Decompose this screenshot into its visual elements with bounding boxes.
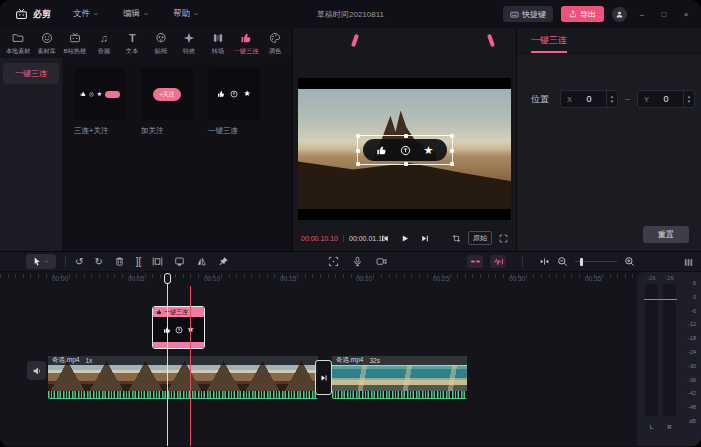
position-x-input[interactable]: X 0 ▲▼ xyxy=(560,90,618,108)
fit-timeline-button[interactable] xyxy=(539,256,550,267)
tab-library[interactable]: 素材库 xyxy=(33,32,62,56)
avatar[interactable] xyxy=(612,7,627,22)
meter-bar-left xyxy=(645,284,658,416)
resize-handle[interactable] xyxy=(356,149,360,153)
preview-options: 原始 xyxy=(452,231,508,245)
resize-handle[interactable] xyxy=(450,162,454,166)
audio-beat-toggle[interactable] xyxy=(490,255,506,268)
shortcuts-button[interactable]: 快捷键 xyxy=(503,6,553,22)
sticker-timeline-clip[interactable]: 一键三连 ★ xyxy=(152,306,205,349)
track-mute-button[interactable] xyxy=(27,361,46,380)
delete-button[interactable] xyxy=(114,256,125,267)
shortcuts-label: 快捷键 xyxy=(522,9,546,20)
video-clip-1[interactable]: 奇遇.mp4 1x xyxy=(48,356,318,399)
transition-indicator[interactable] xyxy=(315,360,332,395)
card-follow[interactable]: +关注 加关注 xyxy=(141,68,193,136)
original-ratio-button[interactable]: 原始 xyxy=(468,231,492,245)
playhead[interactable] xyxy=(164,272,172,446)
menu-help[interactable]: 帮助 xyxy=(173,8,199,20)
export-icon xyxy=(569,10,577,18)
playhead-handle[interactable] xyxy=(164,273,171,284)
sticker-overlay-selection[interactable]: ★ xyxy=(357,135,453,165)
minimize-button[interactable]: – xyxy=(635,10,649,19)
select-tool-button[interactable] xyxy=(26,254,56,269)
scale-tick: -48 xyxy=(688,404,696,410)
sticker-clip-footer xyxy=(153,342,204,348)
stepper-up-icon[interactable]: ▲ xyxy=(687,95,691,99)
toolbar-divider xyxy=(65,256,66,267)
card-triple-follow[interactable]: ★ 三连+关注 xyxy=(74,68,126,136)
close-gap-icon xyxy=(470,256,481,267)
tab-color-grading[interactable]: 调色 xyxy=(261,32,290,56)
resize-handle[interactable] xyxy=(404,134,408,138)
tab-triple-like[interactable]: 一键三连 xyxy=(232,32,261,56)
split-button[interactable]: ][ xyxy=(136,256,142,267)
smiley-icon xyxy=(41,32,53,44)
undo-button[interactable]: ↺ xyxy=(75,256,83,267)
mirror-button[interactable] xyxy=(196,256,207,267)
freeze-frame-button[interactable] xyxy=(174,256,185,267)
timeline-zoom-slider[interactable] xyxy=(575,261,617,262)
zoom-in-button[interactable] xyxy=(624,256,635,267)
zoom-slider-knob[interactable] xyxy=(580,258,583,266)
next-frame-button[interactable] xyxy=(420,234,429,243)
y-value[interactable]: 0 xyxy=(649,94,683,104)
sparkle-icon xyxy=(183,32,195,44)
stepper-up-icon[interactable]: ▲ xyxy=(610,95,614,99)
ruler-label: 00:15 xyxy=(280,275,296,282)
close-button[interactable]: × xyxy=(679,10,693,19)
stepper-down-icon[interactable]: ▼ xyxy=(610,100,614,104)
x-stepper[interactable]: ▲▼ xyxy=(606,91,617,107)
reset-button[interactable]: 重置 xyxy=(643,226,689,243)
audio-gap-toggle[interactable] xyxy=(467,255,483,268)
menu-edit[interactable]: 编辑 xyxy=(123,8,149,20)
tab-effects[interactable]: 特效 xyxy=(175,32,204,56)
record-screen-button[interactable] xyxy=(376,256,387,267)
app-name: 必剪 xyxy=(33,8,51,21)
trim-sides-button[interactable] xyxy=(152,256,163,267)
card-triple-like[interactable]: ★ 一键三连 xyxy=(208,68,260,136)
video-viewport[interactable]: ★ xyxy=(298,78,511,220)
tab-audio[interactable]: ♫ 音频 xyxy=(90,32,119,56)
microphone-button[interactable] xyxy=(352,256,363,267)
crop-icon[interactable] xyxy=(452,234,461,243)
scale-tick: -30 xyxy=(688,363,696,369)
peak-value-right: -26 xyxy=(663,275,676,281)
resize-handle[interactable] xyxy=(356,134,360,138)
xy-separator xyxy=(625,99,630,100)
resize-handle[interactable] xyxy=(404,162,408,166)
resize-handle[interactable] xyxy=(450,149,454,153)
triple-like-sticker[interactable]: ★ xyxy=(363,139,447,161)
stepper-down-icon[interactable]: ▼ xyxy=(687,100,691,104)
menu-edit-label: 编辑 xyxy=(123,8,140,20)
tab-local-media[interactable]: 本地素材 xyxy=(4,32,33,56)
resize-handle[interactable] xyxy=(356,162,360,166)
tab-transitions[interactable]: 转场 xyxy=(204,32,233,56)
tab-bilibili-memes[interactable]: B站热梗 xyxy=(61,32,90,56)
x-value[interactable]: 0 xyxy=(572,94,606,104)
inspector-tab-triple-like[interactable]: 一键三连 xyxy=(531,34,567,53)
previous-frame-button[interactable] xyxy=(380,234,389,243)
category-item-triple-like[interactable]: 一键三连 xyxy=(3,63,59,84)
maximize-button[interactable]: □ xyxy=(657,10,671,19)
timeline-ruler[interactable]: 00:00 00:05 00:10 00:15 00:20 00:25 00:3… xyxy=(0,272,637,286)
play-button[interactable] xyxy=(400,234,409,243)
coin-icon xyxy=(175,326,183,334)
video-clip-2[interactable]: 奇遇.mp4 32s xyxy=(332,356,467,399)
zoom-out-button[interactable] xyxy=(557,256,568,267)
transform-button[interactable] xyxy=(328,256,339,267)
fullscreen-icon[interactable] xyxy=(499,234,508,243)
tab-text[interactable]: T 文本 xyxy=(118,32,147,56)
menu-file[interactable]: 文件 xyxy=(73,8,99,20)
position-y-input[interactable]: Y 0 ▲▼ xyxy=(637,90,695,108)
resize-handle[interactable] xyxy=(450,134,454,138)
palette-icon xyxy=(269,32,281,44)
ruler-label: 00:00 xyxy=(52,275,68,282)
export-button[interactable]: 导出 xyxy=(561,6,604,22)
redo-button[interactable]: ↻ xyxy=(94,256,102,267)
tab-stickers[interactable]: 贴纸 xyxy=(147,32,176,56)
clip-speed: 32s xyxy=(369,357,379,364)
y-stepper[interactable]: ▲▼ xyxy=(683,91,694,107)
pin-button[interactable] xyxy=(218,256,229,267)
track-manager-button[interactable] xyxy=(683,257,694,268)
